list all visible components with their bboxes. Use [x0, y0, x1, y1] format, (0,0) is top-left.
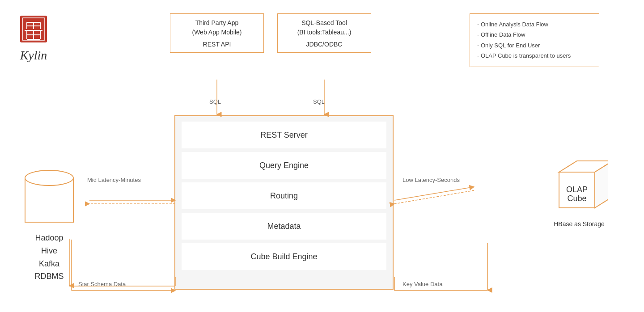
svg-line-30 — [394, 190, 474, 204]
key-value-label: Key Value Data — [402, 281, 442, 287]
rdbms-label: RDBMS — [25, 270, 74, 283]
mid-latency-label: Mid Latency-Minutes — [87, 177, 141, 183]
third-party-box: Third Party App (Web App Mobile) REST AP… — [170, 13, 264, 53]
rest-server-layer: REST Server — [182, 122, 386, 148]
hbase-storage-label: HBase as Storage — [550, 220, 608, 228]
notes-box: - Online Analysis Data Flow - Offline Da… — [470, 13, 599, 67]
jdbc-odbc-label: JDBC/ODBC — [287, 41, 362, 48]
third-party-name: Third Party App (Web App Mobile) — [179, 18, 254, 37]
query-engine-layer: Query Engine — [182, 152, 386, 179]
hive-label: Hive — [25, 245, 74, 257]
main-kylin-container: REST Server Query Engine Routing Metadat… — [174, 115, 394, 290]
sql-tool-box: SQL-Based Tool (BI tools:Tableau...) JDB… — [277, 13, 371, 53]
notes-line-3: - Only SQL for End User — [477, 40, 592, 51]
olap-cube-icon: OLAP Cube — [550, 159, 608, 217]
hadoop-labels: Hadoop Hive Kafka RDBMS — [25, 232, 74, 283]
notes-line-1: - Online Analysis Data Flow — [477, 19, 592, 30]
sql-right-label: SQL — [313, 98, 325, 105]
cube-build-engine-layer: Cube Build Engine — [182, 243, 386, 270]
low-latency-label: Low Latency-Seconds — [402, 177, 460, 183]
olap-cube-area: OLAP Cube HBase as Storage — [550, 159, 608, 228]
sql-tool-name: SQL-Based Tool (BI tools:Tableau...) — [287, 18, 362, 37]
rest-api-label: REST API — [179, 41, 254, 48]
sql-left-label: SQL — [209, 98, 221, 105]
notes-line-2: - Offline Data Flow — [477, 30, 592, 40]
metadata-layer: Metadata — [182, 213, 386, 240]
notes-line-4: - OLAP Cube is transparent to users — [477, 51, 592, 61]
svg-line-29 — [394, 187, 474, 200]
kylin-logo-text: Kylin — [20, 48, 47, 63]
logo-area: Kylin — [18, 13, 49, 63]
hadoop-datasource-area: Hadoop Hive Kafka RDBMS — [25, 170, 74, 283]
svg-text:OLAP: OLAP — [566, 185, 588, 194]
routing-layer: Routing — [182, 182, 386, 209]
hadoop-label: Hadoop — [25, 232, 74, 245]
star-schema-label: Star Schema Data — [78, 281, 126, 287]
kafka-label: Kafka — [25, 257, 74, 270]
kylin-seal-icon — [18, 13, 49, 45]
hadoop-cylinder-icon — [25, 170, 74, 228]
svg-text:Cube: Cube — [567, 194, 586, 203]
